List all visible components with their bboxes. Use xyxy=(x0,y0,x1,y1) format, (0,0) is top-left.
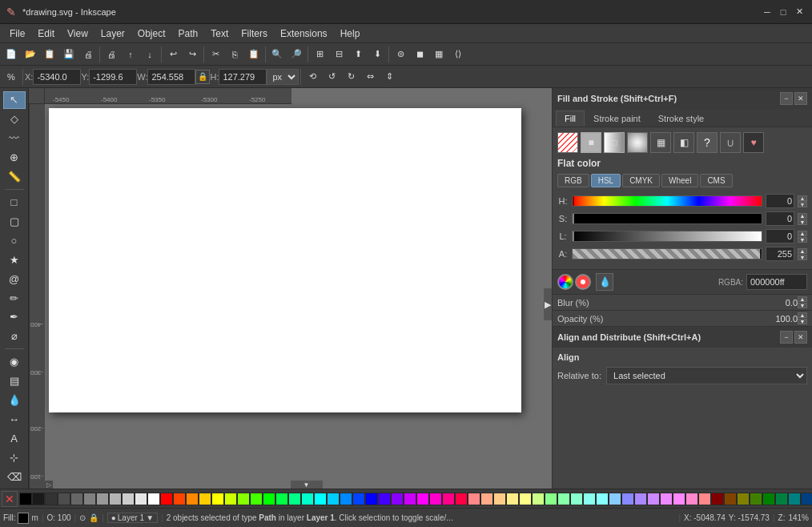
palette-swatch[interactable] xyxy=(301,493,314,505)
align-dist-collapse[interactable]: − xyxy=(780,331,793,344)
palette-swatch[interactable] xyxy=(352,493,365,505)
color-wheel-btn[interactable] xyxy=(557,274,573,290)
relative-to-select[interactable]: Last selected First selected Biggest obj… xyxy=(606,367,807,384)
palette-swatch[interactable] xyxy=(199,493,211,505)
x-input[interactable] xyxy=(33,69,81,85)
undo-btn[interactable]: ↩ xyxy=(163,45,183,64)
dropper-btn[interactable]: 💧 xyxy=(596,273,613,291)
palette-swatch[interactable] xyxy=(186,493,199,505)
palette-swatch[interactable] xyxy=(147,493,160,505)
measure-tool[interactable]: 📏 xyxy=(3,168,26,186)
palette-swatch[interactable] xyxy=(340,493,352,505)
mode-wheel[interactable]: Wheel xyxy=(661,174,698,187)
unit-select[interactable]: px mm cm in xyxy=(267,69,299,85)
palette-swatch[interactable] xyxy=(493,493,506,505)
a-value[interactable] xyxy=(766,247,794,261)
palette-swatch[interactable] xyxy=(32,493,45,505)
h-input[interactable] xyxy=(219,69,267,85)
flip-v-btn[interactable]: ⇕ xyxy=(380,67,399,86)
palette-swatch[interactable] xyxy=(288,493,301,505)
menu-filters[interactable]: Filters xyxy=(235,24,274,42)
l-slider[interactable] xyxy=(572,231,762,242)
import-btn[interactable]: ↑ xyxy=(121,45,140,64)
lock-aspect-btn[interactable]: 🔒 xyxy=(195,70,210,84)
tab-fill[interactable]: Fill xyxy=(556,111,585,127)
unknown-paint-btn[interactable]: ? xyxy=(697,132,718,153)
connector-tool[interactable]: ↔ xyxy=(3,410,26,428)
swatch-btn[interactable]: ◧ xyxy=(673,132,694,153)
maximize-button[interactable]: □ xyxy=(777,6,790,18)
palette-swatch[interactable] xyxy=(442,493,455,505)
w-input[interactable] xyxy=(147,69,195,85)
palette-swatch[interactable] xyxy=(724,493,737,505)
menu-layer[interactable]: Layer xyxy=(94,24,131,42)
palette-swatch[interactable] xyxy=(160,493,173,505)
h-slider[interactable] xyxy=(572,195,762,207)
palette-swatch[interactable] xyxy=(647,493,660,505)
palette-swatch[interactable] xyxy=(70,493,83,505)
scroll-arrow-down[interactable]: ▼ xyxy=(291,481,323,489)
mode-rgb[interactable]: RGB xyxy=(557,174,589,187)
palette-swatch[interactable] xyxy=(83,493,96,505)
menu-path[interactable]: Path xyxy=(172,24,205,42)
palette-swatch[interactable] xyxy=(609,493,621,505)
palette-swatch[interactable] xyxy=(468,493,480,505)
menu-edit[interactable]: Edit xyxy=(31,24,61,42)
save-copy-btn[interactable]: 🖨 xyxy=(78,45,98,64)
a-spinner[interactable]: ▲ ▼ xyxy=(798,248,807,260)
palette-swatch[interactable] xyxy=(58,493,70,505)
new-btn[interactable]: 📄 xyxy=(2,45,21,64)
palette-swatch[interactable] xyxy=(135,493,147,505)
palette-swatch[interactable] xyxy=(519,493,532,505)
fill-stroke-header[interactable]: Fill and Stroke (Shift+Ctrl+F) − ✕ xyxy=(553,88,812,109)
heart-btn[interactable]: ♥ xyxy=(743,132,764,153)
palette-swatch[interactable] xyxy=(545,493,557,505)
palette-swatch[interactable] xyxy=(698,493,711,505)
fill-btn[interactable]: ◼ xyxy=(410,45,429,64)
palette-swatch[interactable] xyxy=(365,493,378,505)
linear-gradient-btn[interactable]: □ xyxy=(604,132,625,153)
palette-swatch[interactable] xyxy=(416,493,429,505)
palette-swatch[interactable] xyxy=(762,493,775,505)
text-tool[interactable]: A xyxy=(3,429,26,447)
menu-extensions[interactable]: Extensions xyxy=(274,24,334,42)
palette-swatch[interactable] xyxy=(45,493,58,505)
palette-swatch[interactable] xyxy=(391,493,404,505)
tweak-tool[interactable]: 〰 xyxy=(3,130,26,147)
palette-swatch[interactable] xyxy=(596,493,609,505)
palette-swatch[interactable] xyxy=(173,493,186,505)
palette-swatch[interactable] xyxy=(96,493,109,505)
ungroup-btn[interactable]: ⊟ xyxy=(329,45,348,64)
palette-swatch[interactable] xyxy=(788,493,801,505)
palette-swatch[interactable] xyxy=(583,493,596,505)
eraser-tool[interactable]: ⌫ xyxy=(3,468,26,485)
gradient-tool[interactable]: ▤ xyxy=(3,372,26,389)
palette-swatch[interactable] xyxy=(224,493,237,505)
palette-swatch[interactable] xyxy=(263,493,275,505)
radial-gradient-btn[interactable]: ◎ xyxy=(627,132,648,153)
scroll-arrow-right[interactable]: ▶ xyxy=(544,288,552,320)
palette-swatch[interactable] xyxy=(737,493,750,505)
close-button[interactable]: ✕ xyxy=(793,6,806,18)
menu-help[interactable]: Help xyxy=(334,24,367,42)
palette-swatch[interactable] xyxy=(211,493,224,505)
redo-btn[interactable]: ↪ xyxy=(183,45,202,64)
palette-swatch[interactable] xyxy=(750,493,762,505)
pencil-tool[interactable]: ✏ xyxy=(3,289,26,307)
pen-tool[interactable]: ✒ xyxy=(3,308,26,326)
rotate-ccw-btn[interactable]: ↺ xyxy=(322,67,341,86)
tab-stroke-style[interactable]: Stroke style xyxy=(649,111,713,127)
flat-color-btn[interactable]: ■ xyxy=(581,132,601,153)
palette-swatch[interactable] xyxy=(275,493,288,505)
palette-swatch[interactable] xyxy=(775,493,788,505)
open-btn[interactable]: 📂 xyxy=(21,45,40,64)
palette-swatch[interactable] xyxy=(404,493,416,505)
node-tool[interactable]: ◇ xyxy=(3,111,26,128)
palette-swatch[interactable] xyxy=(109,493,122,505)
snap-btn[interactable]: % xyxy=(2,67,21,86)
spray-tool[interactable]: ⊹ xyxy=(3,449,26,466)
pattern-btn[interactable]: ▦ xyxy=(650,132,671,153)
tab-stroke-paint[interactable]: Stroke paint xyxy=(585,111,649,127)
save-btn[interactable]: 💾 xyxy=(59,45,78,64)
palette-swatch[interactable] xyxy=(557,493,570,505)
